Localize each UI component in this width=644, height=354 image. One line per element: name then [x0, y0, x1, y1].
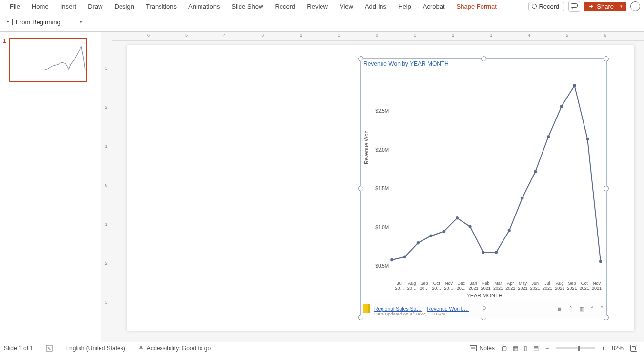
from-beginning-label: From Beginning	[16, 19, 60, 26]
menu-transitions[interactable]: Transitions	[140, 2, 182, 11]
selection-handle[interactable]	[358, 56, 363, 61]
menu-review[interactable]: Review	[301, 2, 334, 11]
more-caret[interactable]: ˅	[601, 306, 604, 312]
from-beginning-button[interactable]: From Beginning	[5, 19, 60, 26]
powerbi-logo-icon	[363, 304, 370, 313]
svg-point-12	[469, 225, 472, 229]
quick-access-toolbar: From Beginning ▾	[0, 13, 644, 32]
menu-record[interactable]: Record	[269, 2, 301, 11]
share-button[interactable]: Share ▾	[584, 2, 626, 11]
zoom-percent[interactable]: 82%	[612, 345, 624, 352]
slide-1[interactable]: Revenue Won by YEAR MONTH Revenue Won $0…	[127, 45, 634, 331]
svg-text:$2.5M: $2.5M	[375, 108, 389, 114]
pin-icon[interactable]: ⚲	[482, 305, 486, 312]
footer-divider	[473, 305, 473, 312]
hruler-tick: 4	[223, 33, 226, 38]
menu-insert[interactable]: Insert	[55, 2, 82, 11]
svg-point-9	[429, 235, 432, 238]
title-bar-controls: Record Share ▾	[528, 1, 644, 12]
menu-slideshow[interactable]: Slide Show	[225, 2, 269, 11]
menu-file[interactable]: File	[4, 2, 26, 11]
language-indicator[interactable]: English (United States)	[65, 345, 125, 352]
accessibility-icon	[138, 345, 144, 351]
menu-shape-format[interactable]: Shape Format	[451, 2, 503, 11]
normal-view-button[interactable]: ▢	[502, 345, 507, 352]
qat-more-icon[interactable]: ▾	[80, 20, 82, 24]
menu-draw[interactable]: Draw	[82, 2, 108, 11]
menu-help[interactable]: Help	[392, 2, 417, 11]
chart-x-axis-label: YEAR MONTH	[364, 293, 604, 298]
menu-view[interactable]: View	[334, 2, 359, 11]
svg-point-19	[560, 105, 563, 108]
reading-view-button[interactable]: ▯	[524, 345, 527, 352]
from-beginning-icon	[5, 19, 13, 25]
slide-thumbnail-pane[interactable]: 1	[0, 32, 101, 342]
hruler-tick: 0	[376, 33, 378, 38]
workspace: 1 3 2 1 0 1 2 3 6 5 4 3 2 1 0 1 2 3	[0, 32, 644, 342]
hruler-tick: 6	[604, 33, 606, 38]
hruler-tick: 2	[300, 33, 302, 38]
svg-rect-0	[571, 4, 578, 8]
slide-thumbnail-row: 1	[0, 38, 101, 82]
slide-counter[interactable]: Slide 1 of 1	[4, 345, 33, 352]
chart-x-ticks: Jul20…Aug20…Sep20…Oct20…Nov20…Dec20…Jan2…	[394, 281, 603, 291]
svg-rect-26	[470, 346, 476, 351]
layout-icon[interactable]: ▥	[579, 306, 584, 312]
vertical-ruler: 3 2 1 0 1 2 3	[101, 32, 112, 342]
comments-button[interactable]	[568, 1, 580, 12]
layout-caret[interactable]: ˄	[591, 306, 594, 312]
selection-handle[interactable]	[481, 56, 486, 61]
svg-point-18	[547, 135, 550, 138]
svg-point-20	[573, 84, 576, 87]
svg-text:$2.0M: $2.0M	[375, 147, 389, 152]
slide-thumbnail-number: 1	[3, 38, 6, 82]
filter-icon[interactable]: ⫼	[557, 306, 563, 312]
line-chart-svg: $0.5M$1.0M$1.5M$2.0M$2.5M	[364, 69, 604, 298]
vruler-tick: 1	[102, 144, 111, 149]
svg-text:$1.5M: $1.5M	[375, 186, 389, 191]
vruler-tick: 0	[102, 183, 111, 188]
menu-home[interactable]: Home	[26, 2, 55, 11]
menu-animations[interactable]: Animations	[182, 2, 225, 11]
svg-point-17	[534, 170, 537, 174]
share-caret-icon[interactable]: ▾	[617, 4, 623, 9]
menu-addins[interactable]: Add-ins	[359, 2, 392, 11]
hruler-tick: 2	[452, 33, 454, 38]
vruler-tick: 3	[102, 300, 111, 305]
filter-caret[interactable]: ˄	[569, 306, 572, 312]
slideshow-view-button[interactable]: ▤	[533, 345, 539, 352]
hruler-tick: 5	[566, 33, 568, 38]
selection-handle[interactable]	[604, 56, 609, 61]
chart-y-axis-label: Revenue Won	[363, 130, 369, 164]
svg-point-8	[417, 241, 420, 245]
menu-bar: File Home Insert Draw Design Transitions…	[0, 0, 644, 13]
zoom-out-button[interactable]: −	[545, 345, 549, 352]
spell-check-icon[interactable]: ✎	[46, 345, 53, 352]
account-icon[interactable]	[630, 1, 640, 11]
menu-acrobat[interactable]: Acrobat	[417, 2, 451, 11]
zoom-slider[interactable]	[556, 347, 595, 349]
record-dot-icon	[532, 4, 537, 9]
powerbi-chart-object[interactable]: Revenue Won by YEAR MONTH Revenue Won $0…	[360, 58, 607, 318]
fit-to-window-button[interactable]	[630, 345, 637, 352]
slide-thumbnail-1[interactable]	[9, 38, 87, 82]
powerbi-chart-footer: Regional Sales Sa… Revenue Won b… ⚲ Data…	[361, 299, 606, 318]
zoom-in-button[interactable]: +	[602, 345, 605, 352]
menu-design[interactable]: Design	[109, 2, 140, 11]
notes-button[interactable]: Notes	[470, 345, 495, 352]
svg-point-13	[482, 251, 484, 254]
hruler-tick: 6	[147, 33, 150, 38]
hruler-tick: 1	[338, 33, 340, 38]
selection-handle[interactable]	[358, 186, 363, 191]
editor-canvas[interactable]: 6 5 4 3 2 1 0 1 2 3 4 5 6	[112, 32, 644, 342]
chart-title: Revenue Won by YEAR MONTH	[363, 60, 449, 67]
svg-point-16	[521, 197, 524, 200]
accessibility-status[interactable]: Accessibility: Good to go	[138, 345, 211, 352]
vruler-tick: 2	[102, 105, 111, 110]
svg-point-11	[456, 216, 459, 220]
sorter-view-button[interactable]: ▦	[513, 345, 518, 352]
share-button-label: Share	[597, 3, 614, 10]
record-button[interactable]: Record	[528, 2, 564, 11]
comment-icon	[571, 3, 578, 9]
hruler-tick: 5	[185, 33, 188, 38]
